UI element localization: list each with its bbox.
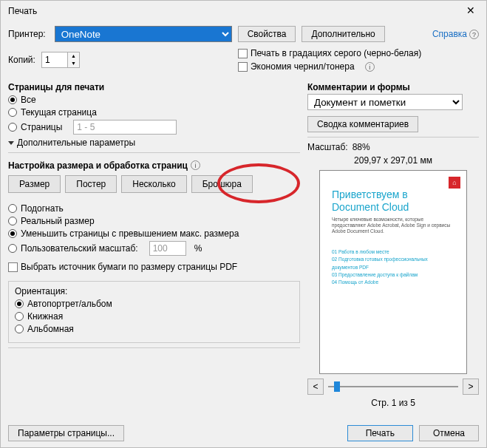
page-indicator: Стр. 1 из 5	[307, 398, 479, 408]
orient-auto-label: Автопортрет/альбом	[27, 299, 112, 309]
pages-range-label: Страницы	[21, 122, 62, 132]
chevron-down-icon	[8, 141, 14, 145]
custom-label: Пользовательский масштаб:	[21, 243, 138, 254]
comments-select[interactable]: Документ и пометки	[307, 94, 463, 110]
printer-label: Принтер:	[8, 29, 46, 39]
fit-label: Подогнать	[21, 203, 64, 214]
preview-doc-list: 01 Работа в любом месте 02 Подготовка го…	[332, 248, 454, 287]
next-page-button[interactable]: >	[463, 379, 479, 395]
paper-source-checkbox[interactable]: Выбрать источник бумаги по размеру стран…	[8, 262, 300, 272]
radio-icon	[15, 312, 24, 321]
radio-icon	[15, 325, 24, 333]
checkbox-icon	[8, 262, 18, 272]
actual-radio[interactable]: Реальный размер	[8, 216, 300, 226]
pages-current-label: Текущая страница	[21, 107, 97, 118]
tab-size[interactable]: Размер	[8, 175, 61, 193]
custom-radio[interactable]: Пользовательский масштаб: %	[8, 241, 300, 256]
radio-icon	[8, 217, 17, 225]
help-text: Справка	[432, 29, 467, 39]
spinner-down-icon[interactable]: ▼	[68, 60, 79, 67]
advanced-button[interactable]: Дополнительно	[302, 26, 384, 42]
adobe-icon: ⌂	[449, 177, 460, 189]
pct-label: %	[194, 243, 202, 254]
orient-auto-radio[interactable]: Автопортрет/альбом	[15, 299, 293, 309]
preview-doc-title: Приветствуем в Document Cloud	[332, 189, 454, 214]
info-icon: i	[191, 160, 200, 170]
more-options-label: Дополнительные параметры	[17, 138, 135, 148]
orient-landscape-radio[interactable]: Альбомная	[15, 324, 293, 334]
comments-title: Комментарии и формы	[307, 82, 479, 92]
shrink-label: Уменьшить страницы с превышением макс. р…	[21, 228, 239, 239]
shrink-radio[interactable]: Уменьшить страницы с превышением макс. р…	[8, 228, 300, 239]
orient-portrait-radio[interactable]: Книжная	[15, 311, 293, 322]
prev-page-button[interactable]: <	[307, 379, 324, 395]
preview-dims: 209,97 x 297,01 мм	[307, 155, 479, 166]
checkbox-icon	[238, 62, 248, 72]
page-setup-button[interactable]: Параметры страницы...	[8, 425, 124, 441]
pages-group-title: Страницы для печати	[8, 82, 300, 92]
copies-spinner[interactable]: ▲ ▼	[41, 52, 80, 68]
tab-poster[interactable]: Постер	[65, 175, 117, 193]
pages-range-input[interactable]	[73, 120, 177, 135]
more-options-toggle[interactable]: Дополнительные параметры	[8, 138, 300, 148]
scale-value: 88%	[353, 142, 370, 152]
pages-range-radio[interactable]: Страницы	[8, 120, 300, 135]
help-link[interactable]: Справка ?	[432, 29, 479, 39]
copies-input[interactable]	[42, 52, 67, 67]
scale-label: Масштаб:	[307, 142, 348, 152]
radio-icon	[8, 204, 17, 213]
preview-doc-sub: Четыре ключевые возможности, которые пре…	[332, 217, 454, 235]
copies-label: Копий:	[8, 55, 35, 65]
grayscale-checkbox[interactable]: Печать в градациях серого (черно-белая)	[238, 48, 421, 58]
paper-source-label: Выбрать источник бумаги по размеру стран…	[21, 262, 237, 272]
actual-label: Реальный размер	[21, 216, 95, 226]
window-title: Печать	[8, 6, 37, 16]
radio-icon	[8, 95, 17, 104]
pages-all-label: Все	[21, 95, 36, 105]
printer-select[interactable]: OneNote	[55, 26, 232, 42]
size-group-title: Настройка размера и обработка страниц	[8, 160, 188, 171]
saveink-checkbox[interactable]: Экономия чернил/тонера i	[238, 61, 421, 72]
cancel-button[interactable]: Отмена	[419, 425, 479, 441]
info-icon: i	[365, 62, 375, 72]
fit-radio[interactable]: Подогнать	[8, 203, 300, 214]
close-icon[interactable]: ✕	[461, 4, 480, 18]
radio-icon	[8, 123, 17, 132]
orientation-title: Ориентация:	[15, 286, 293, 296]
print-button[interactable]: Печать	[347, 425, 413, 441]
radio-icon	[8, 244, 17, 253]
pages-all-radio[interactable]: Все	[8, 95, 300, 105]
grayscale-label: Печать в градациях серого (черно-белая)	[251, 48, 421, 58]
tab-multi[interactable]: Несколько	[121, 175, 186, 193]
pages-current-radio[interactable]: Текущая страница	[8, 107, 300, 118]
help-icon: ?	[469, 30, 479, 39]
tab-booklet[interactable]: Брошюра	[191, 175, 253, 193]
radio-icon	[8, 108, 17, 117]
page-slider[interactable]	[328, 380, 458, 393]
properties-button[interactable]: Свойства	[238, 26, 296, 42]
custom-scale-input[interactable]	[149, 241, 186, 256]
orient-portrait-label: Книжная	[27, 311, 63, 322]
slider-thumb-icon[interactable]	[334, 381, 340, 392]
checkbox-icon	[238, 49, 248, 58]
orient-landscape-label: Альбомная	[27, 324, 74, 334]
saveink-label: Экономия чернил/тонера	[251, 61, 355, 72]
spinner-up-icon[interactable]: ▲	[68, 52, 79, 60]
radio-icon	[15, 299, 24, 308]
summary-button[interactable]: Сводка комментариев	[307, 116, 418, 132]
page-preview: ⌂ Приветствуем в Document Cloud Четыре к…	[319, 170, 467, 374]
radio-icon	[8, 229, 17, 238]
